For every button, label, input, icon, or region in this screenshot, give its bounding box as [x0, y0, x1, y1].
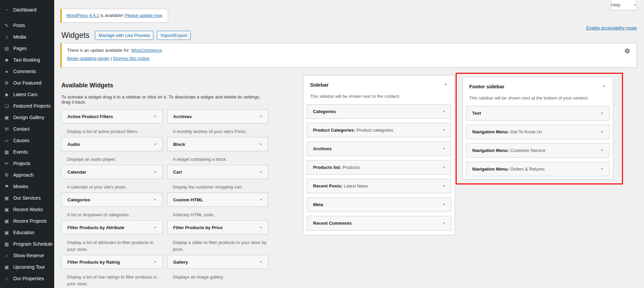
- assigned-widget-subtitle: Customer Service: [510, 148, 545, 153]
- sidebar-item-featured-projects[interactable]: ❏ Featured Projects: [0, 100, 54, 112]
- assigned-widget-meta[interactable]: Meta ▼: [307, 197, 451, 212]
- assigned-widget-title: Archives: [313, 146, 332, 151]
- widget-title: Custom HTML: [173, 197, 203, 202]
- widget-card-categories[interactable]: Categories ▼: [61, 193, 163, 207]
- assigned-widget-text[interactable]: Text ▼: [466, 106, 609, 120]
- chevron-down-icon[interactable]: ▼: [154, 171, 157, 174]
- widget-description: Display a slider to filter products in y…: [173, 239, 268, 253]
- chevron-down-icon[interactable]: ▼: [601, 168, 603, 171]
- collapse-arrow-icon[interactable]: ▲: [444, 82, 447, 86]
- widget-description: A calendar of your site's posts.: [67, 184, 162, 191]
- chevron-down-icon[interactable]: ▼: [442, 129, 445, 132]
- sidebar-item-education[interactable]: ▣ Education: [0, 227, 54, 238]
- sidebar-item-design-gallery[interactable]: ▣ Design Gallery: [0, 112, 54, 123]
- chevron-down-icon[interactable]: ▼: [259, 226, 262, 229]
- assigned-widget-title: Recent Comments: [313, 221, 352, 226]
- chevron-down-icon[interactable]: ▼: [259, 171, 262, 174]
- widget-card-cart[interactable]: Cart ▼: [167, 165, 268, 179]
- enable-accessibility-mode-link[interactable]: Enable accessibility mode: [586, 25, 637, 30]
- dismiss-this-notice-link[interactable]: Dismiss this notice: [113, 56, 150, 61]
- chevron-down-icon[interactable]: ▼: [154, 198, 157, 201]
- assigned-widget-navigation-menu-customer-service[interactable]: Navigation Menu: Customer Service ▼: [466, 143, 609, 158]
- footer-sidebar-area-description: This sidebar will be shown next at the b…: [469, 95, 606, 101]
- chevron-down-icon[interactable]: ▼: [442, 203, 445, 206]
- sidebar-item-movies[interactable]: ⚑ Movies: [0, 181, 54, 192]
- widget-card-filter-products-by-attribute[interactable]: Filter Products by Attribute ▼: [61, 220, 163, 235]
- sidebar-item-taxi-booking[interactable]: ☻ Taxi Booking: [0, 54, 54, 66]
- assigned-widget-recent-posts-latest-news[interactable]: Recent Posts: Latest News ▼: [307, 179, 451, 193]
- widget-card-custom-html[interactable]: Custom HTML ▼: [167, 193, 268, 207]
- please-update-now-link[interactable]: Please update now: [125, 13, 162, 18]
- assigned-widget-recent-comments[interactable]: Recent Comments ▼: [307, 216, 451, 230]
- begin-updating-plugin-link[interactable]: Begin updating plugin: [67, 56, 109, 61]
- media-icon: ♫: [3, 34, 10, 40]
- widget-card-gallery[interactable]: Gallery ▼: [167, 255, 268, 269]
- chevron-down-icon: ▼: [633, 3, 636, 6]
- wordpress-version-link[interactable]: WordPress 6.4.1: [66, 13, 99, 18]
- chevron-down-icon[interactable]: ▼: [601, 112, 603, 115]
- help-dropdown[interactable]: Help ▼: [611, 0, 637, 10]
- sidebar-item-comments[interactable]: ● Comments: [0, 66, 54, 77]
- widget-card-calendar[interactable]: Calendar ▼: [61, 165, 163, 179]
- available-widget: Filter Products by Price ▼ Display a sli…: [167, 220, 268, 255]
- chevron-down-icon[interactable]: ▼: [259, 261, 262, 264]
- widget-card-filter-products-by-price[interactable]: Filter Products by Price ▼: [167, 220, 268, 235]
- sidebar-item-recent-projects[interactable]: ▣ Recent Projects: [0, 215, 54, 227]
- assigned-widget-products-list-products[interactable]: Products list: Products ▼: [307, 160, 451, 175]
- widget-card-active-product-filters[interactable]: Active Product Filters ▼: [61, 109, 163, 124]
- sidebar-item-our-properties[interactable]: ⌂ Our Properties: [0, 273, 54, 284]
- widget-title: Cart: [173, 170, 182, 175]
- chevron-down-icon[interactable]: ▼: [442, 184, 445, 187]
- pushpin-icon: ✎: [3, 23, 10, 28]
- collapse-arrow-icon[interactable]: ▲: [602, 84, 605, 87]
- sidebar-item-our-services[interactable]: ▣ Our Services: [0, 192, 54, 204]
- chevron-down-icon[interactable]: ▼: [259, 143, 262, 146]
- sidebar-item-contact[interactable]: ✉ Contact: [0, 123, 54, 135]
- available-widgets-description: To activate a widget drag it to a sideba…: [61, 94, 269, 105]
- chevron-down-icon[interactable]: ▼: [442, 147, 445, 150]
- widget-card-audio[interactable]: Audio ▼: [61, 137, 163, 151]
- widget-card-block[interactable]: Block ▼: [167, 137, 268, 151]
- sidebar-item-events[interactable]: ▦ Events: [0, 146, 54, 158]
- sidebar-item-causes[interactable]: ▱ Causes: [0, 135, 54, 146]
- close-icon[interactable]: ✕: [625, 48, 630, 53]
- chevron-down-icon[interactable]: ▼: [154, 143, 157, 146]
- widget-card-archives[interactable]: Archives ▼: [167, 109, 268, 124]
- manage-with-live-preview-button[interactable]: Manage with Live Preview: [95, 31, 153, 40]
- chevron-down-icon[interactable]: ▼: [154, 115, 157, 118]
- chevron-down-icon[interactable]: ▼: [442, 166, 445, 169]
- sidebar-item-latest-cars[interactable]: ◆ Latest Cars: [0, 89, 54, 100]
- assigned-widget-navigation-menu-orders-returns[interactable]: Navigation Menu: Orders & Returns ▼: [466, 162, 609, 176]
- widget-title: Active Product Filters: [67, 114, 113, 119]
- woocommerce-link[interactable]: WooCommerce: [131, 48, 162, 53]
- available-widget: Calendar ▼ A calendar of your site's pos…: [61, 165, 163, 193]
- sidebar-item-dashboard[interactable]: ◔ Dashboard: [0, 4, 54, 16]
- sidebar-item-pages[interactable]: ▤ Pages: [0, 43, 54, 54]
- sidebar-item-media[interactable]: ♫ Media: [0, 31, 54, 43]
- chevron-down-icon[interactable]: ▼: [154, 226, 157, 229]
- chevron-down-icon[interactable]: ▼: [601, 149, 603, 152]
- assigned-widget-subtitle: Orders & Returns: [510, 167, 544, 172]
- sidebar-item-projects[interactable]: ✏ Projects: [0, 158, 54, 169]
- import-export-button[interactable]: Import/Export: [157, 31, 191, 40]
- assigned-widget-categories[interactable]: Categories ▼: [307, 104, 451, 119]
- chevron-down-icon[interactable]: ▼: [259, 115, 262, 118]
- widget-card-filter-products-by-rating[interactable]: Filter Products by Rating ▼: [61, 255, 163, 269]
- sidebar-item-our-featured[interactable]: ⚙ Our Featured: [0, 77, 54, 89]
- chevron-down-icon[interactable]: ▼: [259, 198, 262, 201]
- sidebar-item-show-reserve[interactable]: ♪ Show Reserve: [0, 250, 54, 261]
- chevron-down-icon[interactable]: ▼: [601, 130, 603, 133]
- chevron-down-icon[interactable]: ▼: [442, 110, 445, 113]
- assigned-widget-product-categories-product-categories[interactable]: Product Categories: Product categories ▼: [307, 123, 451, 137]
- sidebar-item-upcoming-tour[interactable]: ▣ Upcoming Tour: [0, 261, 54, 273]
- folder-icon: ❏: [3, 103, 10, 109]
- woo-notice-text: There is an update available for:: [67, 48, 131, 53]
- sidebar-item-posts[interactable]: ✎ Posts: [0, 20, 54, 31]
- sidebar-item-recent-works[interactable]: ▣ Recent Works: [0, 204, 54, 215]
- assigned-widget-archives[interactable]: Archives ▼: [307, 141, 451, 156]
- assigned-widget-navigation-menu-get-to-know-us[interactable]: Navigation Menu: Get To Know Us ▼: [466, 125, 609, 139]
- chevron-down-icon[interactable]: ▼: [442, 222, 445, 225]
- chevron-down-icon[interactable]: ▼: [154, 261, 157, 264]
- sidebar-item-program-schedule[interactable]: ▦ Program Schedule: [0, 238, 54, 250]
- sidebar-item-approach[interactable]: ⚙ Approach: [0, 169, 54, 181]
